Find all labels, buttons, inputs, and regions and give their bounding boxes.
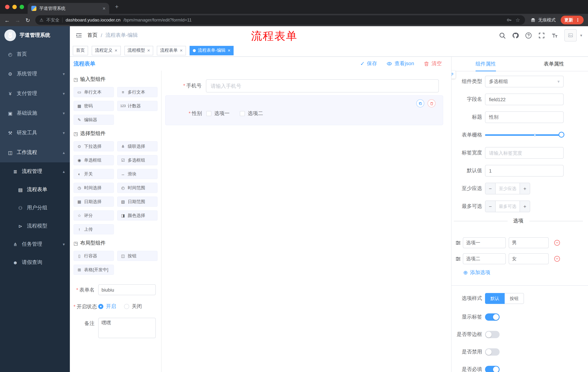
font-size-icon[interactable] bbox=[551, 32, 558, 39]
sidebar-item-workflow[interactable]: ◫ 工作流程 ▴ bbox=[0, 143, 70, 162]
form-canvas[interactable]: *手机号 bbox=[162, 71, 451, 372]
palette-item-counter[interactable]: 123计数器 bbox=[117, 101, 158, 111]
tab-component-props[interactable]: 组件属性 bbox=[452, 57, 520, 71]
search-icon[interactable] bbox=[499, 32, 506, 39]
tab-form-props[interactable]: 表单属性 bbox=[520, 57, 588, 71]
min-select-value[interactable]: 至少应选 bbox=[496, 183, 520, 194]
sidebar-item-infrastructure[interactable]: ▣ 基础设施 ▾ bbox=[0, 103, 70, 123]
increase-button[interactable]: + bbox=[520, 201, 530, 212]
sidebar-item-process-form[interactable]: ▤ 流程表单 bbox=[0, 181, 70, 199]
save-button[interactable]: ✓ 保存 bbox=[360, 60, 377, 67]
option-1-value-input[interactable] bbox=[509, 237, 549, 248]
palette-item-table[interactable]: ⊞表格[开发中] bbox=[74, 265, 114, 275]
password-key-icon[interactable] bbox=[506, 17, 512, 23]
style-button-button[interactable]: 按钮 bbox=[505, 293, 524, 304]
palette-item-cascader[interactable]: ⋔级联选择 bbox=[117, 141, 158, 151]
palette-item-select[interactable]: ⊙下拉选择 bbox=[74, 141, 114, 151]
palette-item-time-range[interactable]: ◴时间范围 bbox=[117, 183, 158, 193]
option-2-value-input[interactable] bbox=[509, 253, 549, 264]
field-name-input[interactable] bbox=[485, 94, 564, 105]
palette-item-color-picker[interactable]: ◨颜色选择 bbox=[117, 210, 158, 221]
tag-process-form[interactable]: 流程表单 × bbox=[157, 46, 186, 55]
browser-tab[interactable]: 芋道管理系统 × bbox=[28, 3, 109, 14]
component-type-select[interactable]: 多选框组 ▾ bbox=[485, 76, 564, 87]
tag-close-icon[interactable]: × bbox=[228, 48, 231, 53]
palette-item-checkbox-group[interactable]: ☑多选框组 bbox=[117, 155, 158, 165]
gender-option-2-checkbox[interactable]: 选项二 bbox=[240, 110, 263, 117]
update-chip[interactable]: 更新 ⋮ bbox=[561, 16, 584, 24]
delete-field-button[interactable] bbox=[428, 99, 436, 107]
sidebar-item-system[interactable]: ⚙ 系统管理 ▾ bbox=[0, 64, 70, 84]
form-name-input[interactable] bbox=[98, 284, 156, 295]
github-icon[interactable] bbox=[512, 32, 519, 39]
tag-close-icon[interactable]: × bbox=[115, 48, 117, 53]
palette-item-button[interactable]: ◫按钮 bbox=[117, 251, 158, 261]
address-bar[interactable]: ⚠ 不安全 dashboard.yudao.iocoder.cn/bpm/man… bbox=[35, 15, 525, 25]
tag-process-form-edit[interactable]: 流程表单-编辑 × bbox=[189, 46, 234, 55]
sidebar-item-devtools[interactable]: ⚒ 研发工具 ▾ bbox=[0, 123, 70, 143]
canvas-field-phone[interactable]: *手机号 bbox=[165, 79, 443, 93]
palette-item-switch[interactable]: ◐开关 bbox=[74, 169, 114, 179]
option-2-label-input[interactable] bbox=[463, 253, 506, 264]
palette-item-password[interactable]: ▩密码 bbox=[74, 101, 114, 111]
palette-item-slider[interactable]: ↔滑块 bbox=[117, 169, 158, 179]
label-width-input[interactable] bbox=[485, 147, 564, 159]
palette-item-date-range[interactable]: ▧日期范围 bbox=[117, 197, 158, 207]
help-icon[interactable] bbox=[525, 32, 532, 39]
clear-button[interactable]: 清空 bbox=[423, 60, 442, 67]
minimize-window-button[interactable] bbox=[12, 5, 17, 9]
show-label-toggle[interactable] bbox=[485, 313, 500, 321]
tag-process-definition[interactable]: 流程定义 × bbox=[92, 46, 121, 55]
canvas-field-gender-selected[interactable]: *性别 选项一 选项二 bbox=[165, 95, 443, 125]
forward-button[interactable]: → bbox=[15, 17, 20, 23]
palette-item-textarea[interactable]: ≡多行文本 bbox=[117, 87, 158, 97]
reload-button[interactable]: ↻ bbox=[25, 17, 30, 23]
avatar[interactable] bbox=[565, 29, 577, 42]
new-tab-button[interactable]: + bbox=[115, 3, 119, 11]
sidebar-item-task-mgmt[interactable]: ⋔ 任务管理 ▾ bbox=[0, 235, 70, 253]
zoom-window-button[interactable] bbox=[20, 5, 24, 9]
slider-handle[interactable] bbox=[558, 132, 564, 138]
drag-handle-icon[interactable] bbox=[455, 240, 461, 246]
fullscreen-icon[interactable] bbox=[538, 32, 545, 39]
link-icon[interactable] bbox=[451, 71, 456, 79]
copy-field-button[interactable] bbox=[416, 99, 424, 107]
option-1-label-input[interactable] bbox=[463, 237, 506, 248]
sidebar-item-process-model[interactable]: ⊳ 流程模型 bbox=[0, 217, 70, 235]
status-on-radio[interactable]: 开启 bbox=[98, 303, 116, 310]
bookmark-star-icon[interactable]: ☆ bbox=[515, 17, 521, 23]
title-input[interactable] bbox=[485, 111, 564, 123]
max-select-value[interactable]: 最多可选 bbox=[496, 201, 520, 212]
disabled-toggle[interactable] bbox=[485, 348, 500, 356]
border-toggle[interactable] bbox=[485, 331, 500, 338]
remove-option-icon[interactable] bbox=[554, 240, 560, 246]
palette-item-time-picker[interactable]: ◷时间选择 bbox=[74, 183, 114, 193]
remove-option-icon[interactable] bbox=[554, 255, 560, 262]
default-value-input[interactable] bbox=[485, 165, 564, 177]
palette-item-editor[interactable]: ✎编辑器 bbox=[74, 115, 114, 125]
breadcrumb-home[interactable]: 首页 bbox=[87, 32, 97, 39]
phone-input[interactable] bbox=[206, 79, 439, 93]
back-button[interactable]: ← bbox=[4, 17, 10, 23]
close-window-button[interactable] bbox=[5, 5, 10, 9]
required-toggle[interactable] bbox=[485, 366, 500, 372]
tag-process-model[interactable]: 流程模型 × bbox=[124, 46, 153, 55]
grid-slider[interactable] bbox=[485, 129, 564, 141]
tag-close-icon[interactable]: × bbox=[147, 48, 150, 53]
palette-item-date-picker[interactable]: ▦日期选择 bbox=[74, 197, 114, 207]
gender-option-1-checkbox[interactable]: 选项一 bbox=[206, 110, 230, 117]
sidebar-item-payment[interactable]: ¥ 支付管理 ▾ bbox=[0, 84, 70, 103]
sidebar-item-leave-query[interactable]: ☻ 请假查询 bbox=[0, 253, 70, 272]
sidebar-item-process-mgmt[interactable]: ≣ 流程管理 ▴ bbox=[0, 162, 70, 181]
palette-item-radio-group[interactable]: ◉单选框组 bbox=[74, 155, 114, 165]
increase-button[interactable]: + bbox=[520, 183, 530, 194]
palette-item-single-line-text[interactable]: ▭单行文本 bbox=[74, 87, 114, 97]
sidebar-item-home[interactable]: ◴ 首页 bbox=[0, 44, 70, 64]
sidebar-fold-icon[interactable] bbox=[76, 32, 82, 39]
decrease-button[interactable]: − bbox=[485, 183, 496, 194]
view-json-button[interactable]: 查看json bbox=[387, 60, 414, 67]
add-option-button[interactable]: ⊕ 添加选项 bbox=[463, 269, 583, 276]
tag-close-icon[interactable]: × bbox=[180, 48, 182, 53]
decrease-button[interactable]: − bbox=[485, 201, 496, 212]
style-default-button[interactable]: 默认 bbox=[485, 293, 505, 304]
